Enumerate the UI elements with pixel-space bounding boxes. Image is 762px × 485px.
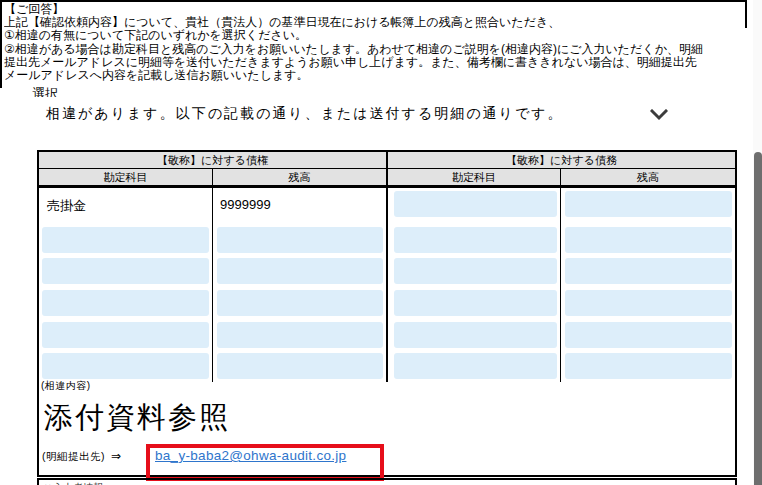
- column-divider: [212, 188, 213, 382]
- frame-border-left: [0, 0, 2, 88]
- account-value: 売掛金: [47, 197, 86, 215]
- balance-input-cell[interactable]: [565, 322, 732, 348]
- account-input-cell[interactable]: [42, 353, 209, 379]
- selected-option-label: 相違があります。以下の記載の通り、または送付する明細の通りです。: [46, 105, 564, 123]
- table-body: 売掛金 9999999: [39, 188, 735, 382]
- instructions-line: ②相違がある場合は勘定科目と残高のご入力をお願いいたします。あわせて相違のご説明…: [4, 43, 749, 56]
- scrollbar-track[interactable]: [753, 0, 762, 485]
- account-input-cell[interactable]: [394, 290, 557, 316]
- account-input-cell[interactable]: [42, 322, 209, 348]
- balance-input-cell[interactable]: [565, 191, 732, 217]
- table-column-header-row: 勘定科目 残高 勘定科目 残高: [39, 169, 735, 185]
- selection-heading-clipped: 選択: [32, 87, 92, 97]
- instructions-title: 【ご回答】: [4, 3, 749, 16]
- table-group-header-row: 【敬称】に対する債権 【敬称】に対する債務: [39, 152, 735, 169]
- response-instructions: 【ご回答】 上記【確認依頼内容】について、貴社（貴法人）の基準日現在における帳簿…: [4, 3, 749, 82]
- discrepancy-select[interactable]: 相違があります。以下の記載の通り、または送付する明細の通りです。: [30, 101, 680, 127]
- balance-column-header: 残高: [561, 169, 735, 185]
- balance-input-cell[interactable]: [217, 290, 383, 316]
- detail-email-link[interactable]: ba_y-baba2@ohwa-audit.co.jp: [155, 448, 346, 463]
- balance-input-cell[interactable]: [217, 322, 383, 348]
- balance-input-cell[interactable]: [217, 258, 383, 284]
- instructions-line: 提出先メールアドレスに明細等を送付いただきますようお願い申し上げます。また、備考…: [4, 56, 749, 69]
- discrepancy-details-label: (相違内容): [41, 379, 91, 393]
- instructions-line: 上記【確認依頼内容】について、貴社（貴法人）の基準日現在における帳簿上の残高と照…: [4, 16, 749, 29]
- account-column-header: 勘定科目: [388, 169, 561, 185]
- account-column-header: 勘定科目: [39, 169, 213, 185]
- balance-input-cell[interactable]: [565, 227, 732, 253]
- account-input-cell[interactable]: [42, 290, 209, 316]
- account-input-cell[interactable]: [394, 258, 557, 284]
- scrollbar-thumb[interactable]: [754, 152, 762, 485]
- balance-column-header: 残高: [213, 169, 388, 185]
- instructions-line: ①相違の有無について下記のいずれかを選択ください。: [4, 29, 749, 42]
- balance-input-cell[interactable]: [217, 353, 383, 379]
- balance-input-cell[interactable]: [565, 258, 732, 284]
- detail-destination-label: (明細提出先): [42, 450, 105, 462]
- arrow-right-icon: ⇒: [111, 449, 122, 463]
- frame-border-top: [0, 0, 747, 2]
- column-divider: [386, 188, 388, 382]
- balance-input-cell[interactable]: [565, 290, 732, 316]
- account-input-cell[interactable]: [394, 322, 557, 348]
- chevron-down-icon[interactable]: [650, 109, 668, 121]
- account-input-cell[interactable]: [42, 258, 209, 284]
- next-section-box: ご入力者情報: [37, 478, 737, 485]
- payables-group-header: 【敬称】に対する債務: [388, 152, 735, 168]
- receivables-group-header: 【敬称】に対する債権: [39, 152, 388, 168]
- balance-input-cell[interactable]: [217, 227, 383, 253]
- account-input-cell[interactable]: [42, 227, 209, 253]
- account-input-cell[interactable]: [394, 227, 557, 253]
- balance-value: 9999999: [220, 197, 271, 212]
- account-input-cell[interactable]: [394, 353, 557, 379]
- account-input-cell[interactable]: [394, 191, 557, 217]
- instructions-line: メールアドレスへ内容を記載し送信お願いいたします。: [4, 69, 749, 82]
- column-divider: [560, 188, 561, 382]
- discrepancy-details-value: 添付資料参照: [44, 398, 230, 438]
- balance-input-cell[interactable]: [565, 353, 732, 379]
- detail-destination-row: (明細提出先)⇒: [42, 449, 122, 464]
- balance-table: 【敬称】に対する債権 【敬称】に対する債務 勘定科目 残高 勘定科目 残高 売掛…: [37, 150, 737, 477]
